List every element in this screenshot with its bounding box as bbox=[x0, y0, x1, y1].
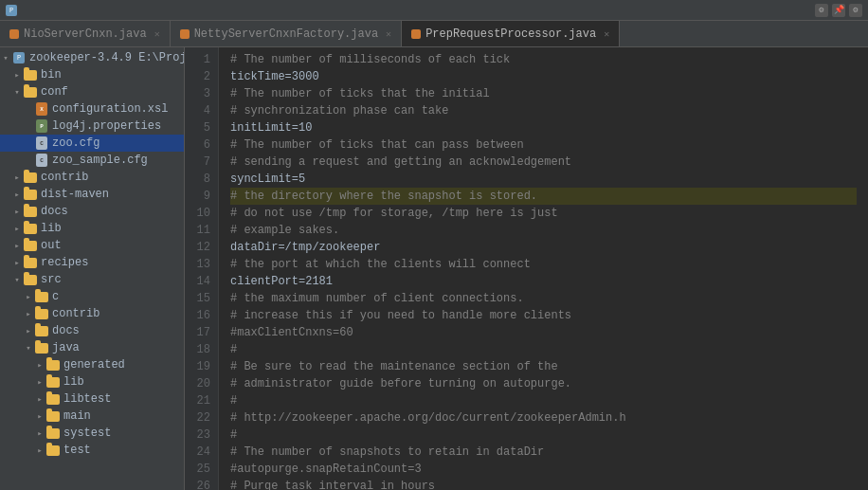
tree-item-out[interactable]: ▸out bbox=[0, 237, 184, 254]
folder-icon bbox=[23, 171, 38, 184]
tab-tab-factory[interactable]: NettyServerCnxnFactory.java✕ bbox=[171, 21, 402, 46]
line-number-20: 20 bbox=[192, 375, 210, 392]
code-line-16: # increase this if you need to handle mo… bbox=[230, 307, 857, 324]
expand-arrow[interactable]: ▸ bbox=[34, 394, 45, 405]
tree-item-label: docs bbox=[52, 324, 80, 337]
tree-item-src-java-systest[interactable]: ▸systest bbox=[0, 425, 184, 442]
tree-item-src-java-libtest[interactable]: ▸libtest bbox=[0, 390, 184, 408]
code-line-9: # the directory where the snapshot is st… bbox=[230, 188, 857, 205]
tree-item-label: configuration.xsl bbox=[52, 102, 168, 116]
tree-item-label: lib bbox=[63, 375, 84, 389]
line-number-15: 15 bbox=[192, 290, 210, 307]
tree-item-src-contrib[interactable]: ▸contrib bbox=[0, 305, 184, 322]
tree-item-label: libtest bbox=[63, 392, 111, 406]
pin-icon[interactable]: 📌 bbox=[832, 4, 845, 17]
folder-icon bbox=[23, 68, 38, 82]
expand-arrow[interactable]: ▸ bbox=[23, 326, 34, 336]
tree-item-label: contrib bbox=[41, 171, 88, 184]
close-icon[interactable]: ✕ bbox=[386, 28, 391, 40]
collapse-arrow[interactable]: ▾ bbox=[11, 87, 23, 98]
code-line-15: # the maximum number of client connectio… bbox=[230, 290, 857, 307]
expand-arrow[interactable]: ▸ bbox=[11, 241, 23, 251]
tree-item-log4j.properties[interactable]: Plog4j.properties bbox=[0, 118, 184, 135]
line-number-25: 25 bbox=[192, 461, 210, 478]
tree-item-src-java[interactable]: ▾java bbox=[0, 339, 184, 356]
code-line-14: clientPort=2181 bbox=[230, 273, 857, 290]
line-number-12: 12 bbox=[192, 239, 210, 256]
tree-item-src-java-test[interactable]: ▸test bbox=[0, 442, 184, 459]
file-icon bbox=[9, 29, 19, 39]
collapse-arrow[interactable]: ▾ bbox=[23, 343, 34, 354]
tree-item-src[interactable]: ▾src bbox=[0, 271, 184, 288]
tree-item-src-java-main[interactable]: ▸main bbox=[0, 408, 184, 425]
code-line-7: # sending a request and getting an ackno… bbox=[230, 154, 857, 171]
tree-item-zoo_sample.cfg[interactable]: Czoo_sample.cfg bbox=[0, 152, 184, 169]
tree-item-dist-maven[interactable]: ▸dist-maven bbox=[0, 186, 184, 203]
tree-item-recipes[interactable]: ▸recipes bbox=[0, 254, 184, 271]
expand-arrow[interactable]: ▸ bbox=[34, 445, 45, 456]
expand-arrow[interactable]: ▸ bbox=[11, 224, 23, 234]
tree-item-bin[interactable]: ▸bin bbox=[0, 66, 184, 83]
tab-label: NettyServerCnxnFactory.java bbox=[194, 27, 378, 41]
tab-label: NioServerCnxn.java bbox=[24, 27, 147, 41]
expand-arrow[interactable]: ▸ bbox=[11, 258, 23, 268]
file-icon bbox=[411, 29, 421, 39]
expand-arrow[interactable]: ▸ bbox=[11, 190, 23, 200]
expand-arrow[interactable]: ▸ bbox=[11, 172, 23, 183]
code-line-25: #autopurge.snapRetainCount=3 bbox=[230, 461, 857, 478]
tree-item-zoo.cfg[interactable]: Czoo.cfg bbox=[0, 135, 184, 152]
tree-item-src-java-generated[interactable]: ▸generated bbox=[0, 356, 184, 373]
code-line-3: # The number of ticks that the initial bbox=[230, 85, 857, 102]
tree-item-root[interactable]: ▾Pzookeeper-3.4.9 E:\Project\harpc-maste… bbox=[0, 49, 184, 66]
tab-tab-cnxn[interactable]: NioServerCnxn.java✕ bbox=[0, 21, 171, 46]
expand-arrow[interactable]: ▸ bbox=[34, 360, 45, 371]
tree-item-src-docs[interactable]: ▸docs bbox=[0, 322, 184, 339]
code-line-8: syncLimit=5 bbox=[230, 171, 857, 188]
collapse-arrow[interactable]: ▾ bbox=[11, 275, 23, 285]
tree-item-lib[interactable]: ▸lib bbox=[0, 220, 184, 237]
tree-item-src-java-lib[interactable]: ▸lib bbox=[0, 373, 184, 390]
code-line-19: # Be sure to read the maintenance sectio… bbox=[230, 358, 857, 375]
folder-icon bbox=[23, 222, 38, 235]
collapse-arrow[interactable]: ▾ bbox=[0, 53, 11, 64]
tree-item-docs[interactable]: ▸docs bbox=[0, 203, 184, 220]
gear-icon[interactable]: ⚙ bbox=[849, 4, 862, 17]
tree-item-label: recipes bbox=[41, 256, 88, 269]
expand-arrow[interactable]: ▸ bbox=[11, 207, 23, 217]
cfg-file-icon: C bbox=[34, 154, 49, 167]
expand-arrow[interactable]: ▸ bbox=[34, 377, 45, 388]
close-icon[interactable]: ✕ bbox=[154, 28, 160, 40]
line-number-8: 8 bbox=[192, 171, 210, 188]
tree-item-label: zoo_sample.cfg bbox=[52, 154, 148, 167]
main-area: ▾Pzookeeper-3.4.9 E:\Project\harpc-maste… bbox=[0, 47, 868, 490]
tab-tab-prep[interactable]: PrepRequestProcessor.java✕ bbox=[402, 21, 620, 46]
code-line-18: # bbox=[230, 341, 857, 358]
expand-arrow[interactable]: ▸ bbox=[11, 70, 23, 81]
line-number-1: 1 bbox=[192, 51, 210, 68]
line-number-24: 24 bbox=[192, 444, 210, 461]
tree-item-conf[interactable]: ▾conf bbox=[0, 83, 184, 100]
line-number-21: 21 bbox=[192, 392, 210, 409]
code-line-2: tickTime=3000 bbox=[230, 68, 857, 85]
line-number-17: 17 bbox=[192, 324, 210, 341]
tree-item-contrib[interactable]: ▸contrib bbox=[0, 169, 184, 186]
tree-item-label: java bbox=[52, 341, 80, 354]
close-icon[interactable]: ✕ bbox=[604, 28, 609, 40]
title-bar: P ⚙ 📌 ⚙ bbox=[0, 0, 868, 21]
tree-item-src-c[interactable]: ▸c bbox=[0, 288, 184, 305]
expand-arrow[interactable]: ▸ bbox=[34, 428, 45, 439]
settings-icon[interactable]: ⚙ bbox=[815, 4, 828, 17]
line-number-18: 18 bbox=[192, 341, 210, 358]
expand-arrow[interactable]: ▸ bbox=[23, 292, 34, 302]
line-number-3: 3 bbox=[192, 85, 210, 102]
folder-icon bbox=[34, 307, 49, 320]
tree-item-label: conf bbox=[41, 85, 68, 99]
folder-icon bbox=[45, 358, 61, 372]
code-line-6: # The number of ticks that can pass betw… bbox=[230, 136, 857, 154]
tree-item-label: contrib bbox=[52, 307, 99, 320]
tree-item-configuration.xsl[interactable]: Xconfiguration.xsl bbox=[0, 100, 184, 118]
tree-item-label: systest bbox=[63, 426, 111, 440]
code-line-24: # The number of snapshots to retain in d… bbox=[230, 444, 857, 461]
expand-arrow[interactable]: ▸ bbox=[23, 309, 34, 319]
expand-arrow[interactable]: ▸ bbox=[34, 411, 45, 422]
